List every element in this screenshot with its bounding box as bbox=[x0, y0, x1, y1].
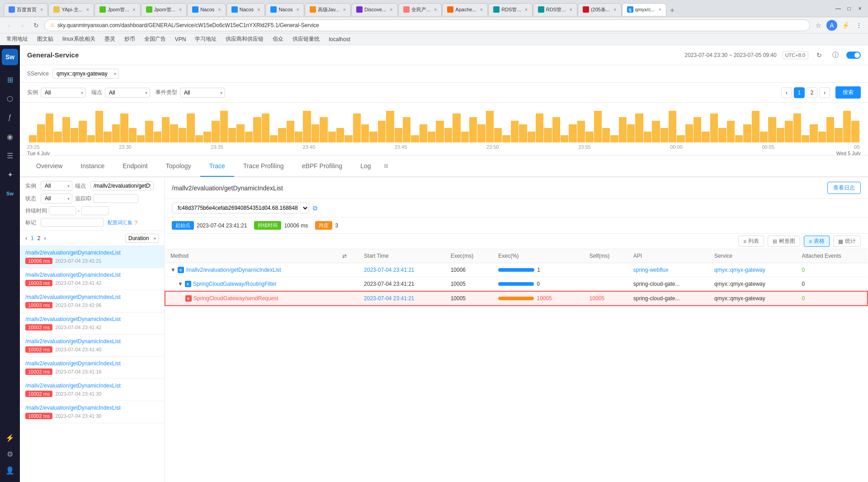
sort-select[interactable]: Duration bbox=[125, 234, 159, 243]
browser-tab-3[interactable]: Jpom管...× bbox=[94, 3, 141, 16]
tab-trace[interactable]: Trace bbox=[200, 156, 234, 177]
tab-extra-icon[interactable]: ⊞ bbox=[384, 163, 388, 169]
list-item-7[interactable]: /mallv2/evaluation/getDynamicIndexList 1… bbox=[20, 401, 164, 423]
bookmark-1[interactable]: 图文贴 bbox=[34, 34, 56, 44]
browser-tab-8[interactable]: 高级Jav...× bbox=[305, 3, 351, 16]
list-item-3[interactable]: /mallv2/evaluation/getDynamicIndexList 1… bbox=[20, 312, 164, 335]
view-tree-button[interactable]: ⊞ 树形图 bbox=[768, 236, 800, 247]
list-item-2[interactable]: /mallv2/evaluation/getDynamicIndexList 1… bbox=[20, 290, 164, 312]
sort-page-next[interactable]: › bbox=[44, 235, 46, 241]
sidebar-icon-alarm[interactable]: ⚡ bbox=[2, 430, 18, 446]
browser-tab-2[interactable]: YApi-主...× bbox=[48, 3, 94, 16]
tab-log[interactable]: Log bbox=[351, 156, 380, 177]
row-0-service-link[interactable]: qmyx::qmyx-gateway bbox=[714, 267, 765, 273]
sidebar-icon-topology[interactable]: ✦ bbox=[2, 166, 18, 183]
bookmark-9[interactable]: 佰众 bbox=[270, 34, 286, 44]
list-item-4[interactable]: /mallv2/evaluation/getDynamicIndexList 1… bbox=[20, 335, 164, 357]
bookmark-7[interactable]: 学习地址 bbox=[192, 34, 219, 44]
browser-tab-4[interactable]: Jpom管...× bbox=[141, 3, 187, 16]
browser-tab-12[interactable]: RDS管...× bbox=[488, 3, 533, 16]
search-button[interactable]: 搜索 bbox=[835, 86, 861, 99]
pagination-prev[interactable]: ‹ bbox=[781, 87, 792, 98]
bookmark-5[interactable]: 全国广告 bbox=[142, 34, 169, 44]
sidebar-icon-marker[interactable]: ◉ bbox=[2, 128, 18, 145]
view-stats-button[interactable]: ▦ 统计 bbox=[833, 236, 861, 247]
row-0-expand[interactable]: ▼ bbox=[170, 267, 176, 273]
view-table-button[interactable]: ≡ 表格 bbox=[804, 236, 830, 247]
tab-ebpf-profiling[interactable]: eBPF Profiling bbox=[293, 156, 351, 177]
browser-tab-14[interactable]: (205条...× bbox=[578, 3, 622, 16]
copy-icon[interactable]: ⧉ bbox=[313, 204, 317, 212]
browser-tab-9[interactable]: Discove...× bbox=[351, 3, 398, 16]
profile-button[interactable]: A bbox=[826, 20, 837, 31]
sidebar-icon-sw[interactable]: Sw bbox=[2, 185, 18, 202]
list-item-5[interactable]: /mallv2/evaluation/getDynamicIndexList 1… bbox=[20, 357, 164, 379]
browser-tab-10[interactable]: 全民产...× bbox=[398, 3, 442, 16]
menu-button[interactable]: ⋮ bbox=[854, 20, 864, 31]
event-select[interactable]: All bbox=[180, 88, 225, 98]
tab-endpoint[interactable]: Endpoint bbox=[113, 156, 156, 177]
extensions-button[interactable]: ⚡ bbox=[840, 20, 851, 31]
list-item-0[interactable]: /mallv2/evaluation/getDynamicIndexList 1… bbox=[20, 246, 164, 268]
tab-overview[interactable]: Overview bbox=[27, 156, 71, 177]
bookmark-8[interactable]: 供应商和供应链 bbox=[223, 34, 266, 44]
bookmark-11[interactable]: localhost bbox=[326, 35, 353, 43]
browser-tab-1[interactable]: 百度首页× bbox=[4, 3, 48, 16]
instance-select[interactable]: All bbox=[41, 88, 86, 98]
pagination-page-1[interactable]: 1 bbox=[794, 87, 805, 98]
sort-page-prev[interactable]: ‹ bbox=[25, 235, 27, 241]
sort-page-1[interactable]: 1 bbox=[31, 235, 34, 241]
row-0-events-value[interactable]: 0 bbox=[802, 267, 805, 273]
close-button[interactable]: × bbox=[855, 4, 864, 13]
maximize-button[interactable]: □ bbox=[844, 4, 854, 13]
browser-tab-7[interactable]: Nacos× bbox=[265, 3, 304, 16]
browser-tab-15[interactable]: qqmyx/c...× bbox=[622, 3, 666, 16]
list-item-6[interactable]: /mallv2/evaluation/getDynamicIndexList 1… bbox=[20, 379, 164, 401]
row-0-api-link[interactable]: spring-webflux bbox=[633, 267, 668, 273]
auto-refresh-toggle[interactable] bbox=[846, 52, 861, 59]
config-help-icon[interactable]: ? bbox=[134, 219, 137, 226]
trace-duration-from-input[interactable] bbox=[49, 206, 76, 215]
trace-endpoint-input[interactable] bbox=[90, 181, 154, 190]
row-2-events-value[interactable]: 0 bbox=[802, 295, 805, 302]
browser-tab-5[interactable]: Nacos× bbox=[187, 3, 226, 16]
reload-button[interactable]: ↻ bbox=[31, 20, 42, 31]
tab-trace-profiling[interactable]: Trace Profiling bbox=[234, 156, 293, 177]
bookmark-3[interactable]: 墨灵 bbox=[102, 34, 118, 44]
back-button[interactable]: ‹ bbox=[4, 20, 14, 31]
bookmark-2[interactable]: linux系统相关 bbox=[60, 34, 98, 44]
browser-tab-6[interactable]: Nacos× bbox=[226, 3, 265, 16]
trace-instance-select[interactable]: All bbox=[41, 181, 72, 191]
new-tab-button[interactable]: + bbox=[667, 5, 678, 16]
browser-tab-11[interactable]: Apache...× bbox=[442, 3, 488, 16]
sidebar-icon-user[interactable]: 👤 bbox=[2, 462, 18, 478]
pagination-next[interactable]: › bbox=[819, 87, 830, 98]
trace-duration-to-input[interactable] bbox=[81, 206, 108, 215]
forward-button[interactable]: › bbox=[17, 20, 28, 31]
info-button[interactable]: ⓘ bbox=[830, 50, 841, 61]
sort-page-2[interactable]: 2 bbox=[38, 235, 41, 241]
config-vocab-link[interactable]: 配置词汇集 bbox=[108, 219, 132, 226]
trace-status-select[interactable]: All bbox=[41, 194, 72, 203]
sidebar-icon-dashboard[interactable]: ⊞ bbox=[2, 71, 18, 88]
list-item-1[interactable]: /mallv2/evaluation/getDynamicIndexList 1… bbox=[20, 268, 164, 290]
view-log-button[interactable]: 查看日志 bbox=[827, 182, 861, 194]
pagination-page-2[interactable]: 2 bbox=[807, 87, 817, 98]
bookmark-6[interactable]: VPN bbox=[172, 35, 189, 43]
row-1-expand[interactable]: ▼ bbox=[178, 281, 183, 287]
minimize-button[interactable]: — bbox=[834, 4, 843, 13]
trace-id-input[interactable] bbox=[93, 194, 138, 203]
address-bar[interactable]: ⚠ sky.quanminyanxuan.com/dashboard/GENER… bbox=[44, 19, 810, 31]
bookmark-4[interactable]: 炒币 bbox=[122, 34, 138, 44]
bookmark-10[interactable]: 供应链量统 bbox=[290, 34, 322, 44]
sidebar-icon-layers[interactable]: ⬡ bbox=[2, 90, 18, 107]
row-2-name[interactable]: SpringCloudGateway/sendRequest bbox=[193, 295, 278, 302]
trace-tag-input[interactable] bbox=[41, 218, 104, 227]
bookmark-0[interactable]: 常用地址 bbox=[4, 34, 31, 44]
tab-instance[interactable]: Instance bbox=[71, 156, 113, 177]
row-0-name[interactable]: /mallv2/evaluation/getDynamicIndexList bbox=[186, 267, 281, 273]
row-1-name[interactable]: SpringCloudGateway/RoutingFilter bbox=[193, 281, 277, 287]
sidebar-icon-settings[interactable]: ⚙ bbox=[2, 446, 18, 462]
bookmark-button[interactable]: ☆ bbox=[813, 20, 824, 31]
tab-topology[interactable]: Topology bbox=[157, 156, 200, 177]
